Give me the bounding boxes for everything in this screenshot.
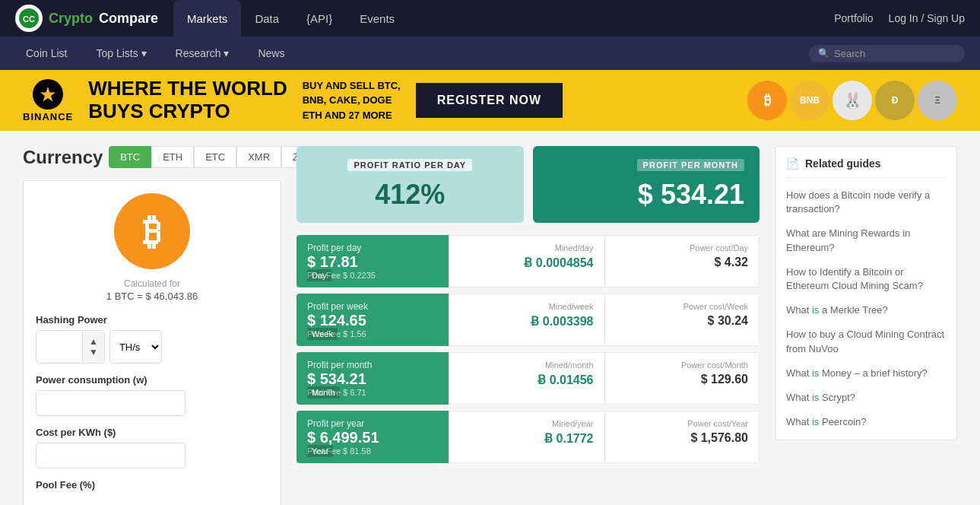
pool-fee-label: Pool Fee (%) (36, 479, 268, 491)
profit-row-left: Profit per day $ 17.81 Pool Fee $ 0.2235… (297, 235, 449, 287)
sub-nav-research[interactable]: Research ▾ (165, 37, 240, 70)
profit-row-right: Power cost/Month $ 129.60 (604, 352, 760, 405)
guide-link[interactable]: What is Money – a brief history? (786, 367, 946, 380)
guide-links-container: How does a Bitcoin node verify a transac… (786, 189, 946, 429)
banner-logo: BINANCE (23, 79, 73, 122)
profit-row-period: Day (307, 269, 331, 281)
related-guides-title: Related guides (805, 157, 881, 170)
cost-label: Power cost/Week (616, 302, 749, 311)
calc-rate-label: Calculated for (36, 278, 268, 289)
cost-label: Power cost/Month (616, 360, 749, 370)
power-consumption-label: Power consumption (w) (36, 374, 268, 386)
cost-value: $ 129.60 (616, 373, 749, 386)
coin-btc: ₿ (747, 81, 787, 120)
profit-row-mid: Mined/week Ƀ 0.003398 (449, 294, 604, 346)
profit-row-mid: Mined/month Ƀ 0.01456 (449, 352, 604, 405)
top-nav-links: Markets Data {API} Events (173, 0, 834, 37)
nav-events[interactable]: Events (346, 0, 408, 37)
search-box: 🔍 (809, 45, 965, 62)
hashing-power-stepper-btn[interactable]: ▲▼ (82, 331, 104, 363)
hashing-power-unit-select[interactable]: TH/s GH/s MH/s (109, 330, 162, 364)
search-input[interactable] (834, 48, 956, 59)
guide-link[interactable]: How does a Bitcoin node verify a transac… (786, 189, 946, 216)
tab-etc[interactable]: ETC (194, 146, 236, 168)
portfolio-link[interactable]: Portfolio (834, 12, 873, 24)
profit-row: Profit per year $ 6,499.51 Pool Fee $ 81… (297, 411, 760, 463)
mined-value: Ƀ 0.1772 (460, 431, 594, 446)
related-guides: 📄 Related guides How does a Bitcoin node… (775, 146, 957, 440)
banner: BINANCE WHERE THE WORLD BUYS CRYPTO BUY … (0, 70, 980, 131)
logo: CC CryptoCompare (15, 5, 158, 32)
profit-month-label: PROFIT PER MONTH (637, 159, 744, 171)
guide-link[interactable]: What is Scrypt? (786, 391, 946, 405)
profit-row-right: Power cost/Week $ 30.24 (604, 294, 760, 346)
center-panel: PROFIT RATIO PER DAY 412% PROFIT PER MON… (297, 146, 760, 505)
profit-row-label: Profit per day (307, 243, 438, 253)
guide-link[interactable]: What is a Merkle Tree? (786, 303, 946, 317)
profit-row-right: Power cost/Day $ 4.32 (604, 235, 760, 287)
mined-value: Ƀ 0.0004854 (460, 256, 594, 270)
cost-per-kwh-label: Cost per KWh ($) (36, 427, 268, 438)
logo-icon: CC (15, 5, 43, 32)
coin-eth: Ξ (918, 81, 957, 120)
main-content: Currency BTC ETH ETC XMR ZEC DASH LTC ₿ … (0, 131, 980, 505)
profit-row: Profit per week $ 124.65 Pool Fee $ 1.56… (297, 294, 760, 346)
sub-nav-coin-list[interactable]: Coin List (15, 37, 78, 70)
coin-bunny: 🐰 (833, 81, 872, 120)
guide-link[interactable]: How to buy a Cloud Mining Contract from … (786, 328, 946, 355)
hashing-power-input[interactable]: 70 (36, 335, 82, 359)
guide-link[interactable]: What are Mining Rewards in Ethereum? (786, 227, 946, 254)
login-signup-link[interactable]: Log In / Sign Up (889, 12, 965, 24)
power-consumption-section: Power consumption (w) 1500 (36, 374, 268, 416)
nav-data[interactable]: Data (241, 0, 293, 37)
profit-month-value: $ 534.21 (548, 179, 745, 211)
cost-value: $ 4.32 (616, 256, 749, 269)
profit-row: Profit per month $ 534.21 Pool Fee $ 6.7… (297, 352, 760, 405)
top-nav: CC CryptoCompare Markets Data {API} Even… (0, 0, 980, 37)
guide-link[interactable]: How to Identify a Bitcoin or Ethereum Cl… (786, 265, 946, 293)
mined-label: Mined/week (460, 302, 594, 311)
profit-row-label: Profit per month (307, 360, 438, 370)
cost-label: Power cost/Day (616, 243, 749, 252)
nav-api[interactable]: {API} (293, 0, 346, 37)
profit-row: Profit per day $ 17.81 Pool Fee $ 0.2235… (297, 235, 760, 287)
profit-day-label: PROFIT RATIO PER DAY (347, 159, 472, 171)
mined-label: Mined/day (460, 243, 594, 252)
profit-row-period: Week (307, 328, 338, 340)
svg-marker-2 (40, 87, 56, 102)
profit-row-label: Profit per week (307, 301, 438, 312)
sub-nav-news[interactable]: News (247, 37, 295, 70)
document-icon: 📄 (786, 157, 799, 170)
cost-value: $ 30.24 (616, 314, 749, 328)
sub-nav-top-lists[interactable]: Top Lists ▾ (85, 37, 157, 70)
right-panel: 📄 Related guides How does a Bitcoin node… (775, 146, 957, 505)
tab-xmr[interactable]: XMR (236, 146, 281, 168)
currency-header-row: Currency BTC ETH ETC XMR ZEC DASH LTC (23, 146, 281, 168)
cost-per-kwh-input[interactable]: 0.12 (36, 443, 186, 468)
tab-eth[interactable]: ETH (151, 146, 194, 168)
register-now-button[interactable]: REGISTER NOW (416, 83, 563, 118)
left-panel: Currency BTC ETH ETC XMR ZEC DASH LTC ₿ … (23, 146, 281, 505)
profit-row-period: Month (307, 386, 340, 399)
pool-fee-section: Pool Fee (%) (36, 479, 268, 491)
guide-link[interactable]: What is Peercoin? (786, 415, 946, 429)
profit-row-period: Year (307, 445, 333, 457)
cost-per-kwh-section: Cost per KWh ($) 0.12 (36, 427, 268, 468)
mined-label: Mined/month (460, 360, 594, 370)
cost-value: $ 1,576.80 (616, 431, 749, 445)
nav-markets[interactable]: Markets (173, 0, 241, 37)
hashing-power-section: Hashing Power 70 ▲▼ TH/s GH/s MH/s (36, 314, 268, 364)
banner-sub-text: BUY AND SELL BTC,BNB, CAKE, DOGEETH AND … (303, 78, 401, 123)
power-consumption-input[interactable]: 1500 (36, 390, 186, 416)
tab-btc[interactable]: BTC (109, 146, 151, 168)
calc-rate-value: 1 BTC = $ 46,043.86 (36, 291, 268, 302)
profit-row-left: Profit per week $ 124.65 Pool Fee $ 1.56… (297, 294, 449, 346)
banner-headline-line2: BUYS CRYPTO (88, 100, 287, 123)
related-guides-header: 📄 Related guides (786, 157, 946, 178)
hashing-power-stepper: 70 ▲▼ (36, 330, 105, 364)
profit-row-value: $ 17.81 (307, 253, 438, 271)
coin-bnb: BNB (790, 81, 829, 120)
logo-text-crypto: Crypto (49, 11, 93, 27)
banner-coins: ₿ BNB 🐰 Ð Ξ (747, 81, 957, 120)
hashing-power-label: Hashing Power (36, 314, 268, 326)
